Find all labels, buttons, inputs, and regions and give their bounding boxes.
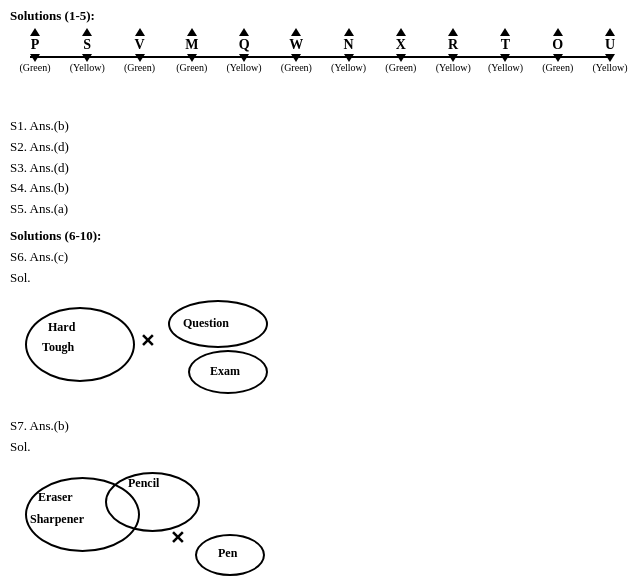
tick-letter-O: O (552, 38, 563, 52)
eraser-label: Eraser (38, 490, 73, 505)
arrow-up-U (605, 28, 615, 36)
tick-color-N: (Yellow) (331, 62, 366, 73)
arrow-down-P (30, 54, 40, 62)
solutions-1-5: S1. Ans.(b)S2. Ans.(d)S3. Ans.(d)S4. Ans… (10, 116, 619, 220)
left-label-line1: Hard (48, 320, 75, 335)
arrow-down-X (396, 54, 406, 62)
tick-letter-Q: Q (239, 38, 250, 52)
tick-U: U(Yellow) (600, 28, 620, 73)
tick-color-T: (Yellow) (488, 62, 523, 73)
timeline-title: Solutions (1-5): (10, 8, 619, 24)
arrow-down-Q (239, 54, 249, 62)
tick-T: T(Yellow) (495, 28, 515, 73)
tick-O: O(Green) (548, 28, 568, 73)
arrow-down-U (605, 54, 615, 62)
tick-letter-M: M (185, 38, 198, 52)
tick-R: R(Yellow) (443, 28, 463, 73)
sharpener-label: Sharpener (30, 512, 84, 527)
right-top-label: Question (183, 316, 229, 331)
arrow-down-W (291, 54, 301, 62)
timeline-line (30, 56, 610, 58)
s6-sol: Sol. (10, 268, 619, 289)
tick-color-R: (Yellow) (436, 62, 471, 73)
arrow-up-Q (239, 28, 249, 36)
tick-M: M(Green) (182, 28, 202, 73)
tick-Q: Q(Yellow) (234, 28, 254, 73)
answer-item: S5. Ans.(a) (10, 199, 619, 220)
pen-label: Pen (218, 546, 237, 561)
timeline-container: P(Green)S(Yellow)V(Green)M(Green)Q(Yello… (20, 28, 620, 108)
diagram1: Hard Tough ✕ Question Exam (20, 292, 320, 412)
arrow-down-O (553, 54, 563, 62)
tick-color-M: (Green) (176, 62, 207, 73)
s7-sol: Sol. (10, 437, 619, 458)
tick-color-U: (Yellow) (592, 62, 627, 73)
cross-1: ✕ (140, 330, 155, 352)
tick-P: P(Green) (25, 28, 45, 73)
arrow-up-S (82, 28, 92, 36)
arrow-up-N (344, 28, 354, 36)
tick-color-X: (Green) (385, 62, 416, 73)
tick-color-P: (Green) (19, 62, 50, 73)
answer-item: S2. Ans.(d) (10, 137, 619, 158)
left-label-line2: Tough (42, 340, 74, 355)
diagram2: Eraser Sharpener Pencil ✕ Pen (20, 462, 320, 579)
answer-item: S4. Ans.(b) (10, 178, 619, 199)
tick-letter-W: W (289, 38, 303, 52)
answer-item: S3. Ans.(d) (10, 158, 619, 179)
tick-letter-R: R (448, 38, 458, 52)
arrow-up-W (291, 28, 301, 36)
cross-2: ✕ (170, 527, 185, 549)
s6-answer: S6. Ans.(c) (10, 247, 619, 268)
tick-letter-T: T (501, 38, 510, 52)
tick-letter-S: S (83, 38, 91, 52)
tick-letter-N: N (344, 38, 354, 52)
arrow-up-T (500, 28, 510, 36)
tick-color-V: (Green) (124, 62, 155, 73)
arrow-down-V (135, 54, 145, 62)
s7-answer: S7. Ans.(b) (10, 416, 619, 437)
tick-letter-V: V (134, 38, 144, 52)
tick-S: S(Yellow) (77, 28, 97, 73)
tick-color-S: (Yellow) (70, 62, 105, 73)
pencil-label: Pencil (128, 476, 159, 491)
arrow-down-M (187, 54, 197, 62)
arrow-up-R (448, 28, 458, 36)
tick-X: X(Green) (391, 28, 411, 73)
tick-color-Q: (Yellow) (227, 62, 262, 73)
arrow-up-O (553, 28, 563, 36)
arrow-down-T (500, 54, 510, 62)
arrow-down-S (82, 54, 92, 62)
right-bottom-label: Exam (210, 364, 240, 379)
arrow-up-P (30, 28, 40, 36)
arrow-down-R (448, 54, 458, 62)
tick-letter-P: P (31, 38, 40, 52)
tick-V: V(Green) (130, 28, 150, 73)
tick-color-W: (Green) (281, 62, 312, 73)
arrow-down-N (344, 54, 354, 62)
tick-letter-U: U (605, 38, 615, 52)
answer-item: S1. Ans.(b) (10, 116, 619, 137)
arrow-up-V (135, 28, 145, 36)
tick-color-O: (Green) (542, 62, 573, 73)
tick-letter-X: X (396, 38, 406, 52)
solutions-6-10-title: Solutions (6-10): (10, 226, 619, 247)
solutions-6-10: Solutions (6-10): S6. Ans.(c) Sol. Hard … (10, 226, 619, 579)
arrow-up-M (187, 28, 197, 36)
tick-N: N(Yellow) (339, 28, 359, 73)
timeline-section: Solutions (1-5): P(Green)S(Yellow)V(Gree… (10, 8, 619, 108)
arrow-up-X (396, 28, 406, 36)
tick-W: W(Green) (286, 28, 306, 73)
